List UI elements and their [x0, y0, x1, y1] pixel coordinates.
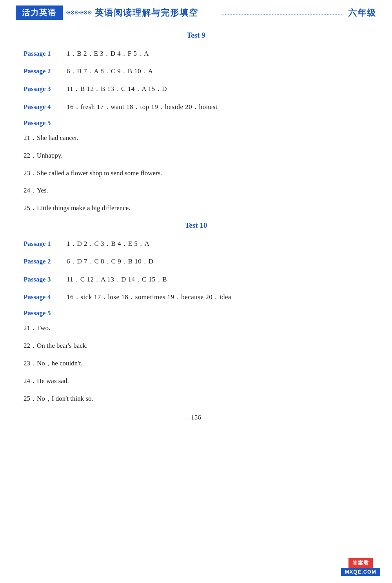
test9-passage1-answers: 1．B 2．E 3．D 4．F 5．A — [67, 48, 149, 59]
test9-passage3-label: Passage 3 — [24, 84, 67, 94]
test9-passage1: Passage 1 1．B 2．E 3．D 4．F 5．A — [24, 48, 368, 59]
header-grade: 六年级 — [348, 7, 376, 19]
test10-passage5-divider: Passage 5 — [24, 309, 368, 317]
test9-passage2-label: Passage 2 — [24, 66, 67, 76]
test10-p5-a5: 25．No，I don't think so. — [24, 393, 368, 405]
test10-passage3-answers: 11．C 12．A 13．D 14．C 15．B — [67, 274, 167, 285]
test10-p5-a4: 24．He was sad. — [24, 376, 368, 387]
header-brand: 活力英语 — [16, 5, 63, 20]
test9-passage3-answers: 11．B 12．B 13．C 14．A 15．D — [67, 84, 167, 94]
test10-passage2: Passage 2 6．D 7．C 8．C 9．B 10．D — [24, 256, 368, 267]
test10-passage3-label: Passage 3 — [24, 274, 67, 285]
test10-passage4-label: Passage 4 — [24, 292, 67, 302]
test9-p5-a4: 24．Yes. — [24, 185, 368, 196]
content-area: Test 9 Passage 1 1．B 2．E 3．D 4．F 5．A Pas… — [0, 31, 392, 437]
test9-passage2: Passage 2 6．B 7．A 8．C 9．B 10．A — [24, 66, 368, 76]
watermark-top-text: 答案君 — [348, 558, 373, 568]
test10-p5-a2: 22．On the bear's back. — [24, 340, 368, 352]
test10-passage1-answers: 1．D 2．C 3．B 4．E 5．A — [67, 238, 150, 249]
test9-passage5-label: Passage 5 — [24, 119, 368, 127]
test9-passage4: Passage 4 16．fresh 17．want 18．top 19．bes… — [24, 102, 368, 112]
test10-passage2-label: Passage 2 — [24, 256, 67, 267]
test10-p5-a1: 21．Two. — [24, 323, 368, 334]
page: 活力英语 ※※※※※※ 英语阅读理解与完形填空 六年级 Test 9 Passa… — [0, 0, 392, 583]
header-bar: 活力英语 ※※※※※※ 英语阅读理解与完形填空 六年级 — [0, 0, 392, 24]
test10-passage2-answers: 6．D 7．C 8．C 9．B 10．D — [67, 256, 154, 267]
test9-passage4-answers: 16．fresh 17．want 18．top 19．beside 20．hon… — [67, 102, 218, 112]
test10-passage3: Passage 3 11．C 12．A 13．D 14．C 15．B — [24, 274, 368, 285]
watermark-bottom-text: MXQE.COM — [341, 568, 380, 576]
test10-p5-a3: 23．No，he couldn't. — [24, 358, 368, 369]
test10-passage1-label: Passage 1 — [24, 238, 67, 249]
test9-p5-a5: 25．Little things make a big difference. — [24, 203, 368, 214]
header-pattern: ※※※※※※ — [66, 9, 92, 16]
test10-title: Test 10 — [24, 221, 368, 230]
test9-passage1-label: Passage 1 — [24, 48, 67, 59]
page-number: — 156 — — [24, 414, 368, 421]
test10-passage4: Passage 4 16．sick 17．lose 18．sometimes 1… — [24, 292, 368, 302]
test9-passage4-label: Passage 4 — [24, 102, 67, 112]
test9-p5-a3: 23．She called a flower shop to send some… — [24, 168, 368, 179]
test10-passage4-answers: 16．sick 17．lose 18．sometimes 19．because … — [67, 292, 231, 302]
header-dots — [221, 11, 343, 15]
test9-passage5-divider: Passage 5 — [24, 119, 368, 127]
test10-passage1: Passage 1 1．D 2．C 3．B 4．E 5．A — [24, 238, 368, 249]
test9-title: Test 9 — [24, 31, 368, 40]
test9-p5-a2: 22．Unhappy. — [24, 150, 368, 162]
test9-p5-a1: 21．She had cancer. — [24, 133, 368, 144]
test9-passage2-answers: 6．B 7．A 8．C 9．B 10．A — [67, 66, 153, 76]
header-title: 英语阅读理解与完形填空 — [95, 7, 217, 19]
watermark: 答案君 MXQE.COM — [341, 558, 380, 576]
test10-passage5-label: Passage 5 — [24, 309, 368, 317]
test9-passage3: Passage 3 11．B 12．B 13．C 14．A 15．D — [24, 84, 368, 94]
